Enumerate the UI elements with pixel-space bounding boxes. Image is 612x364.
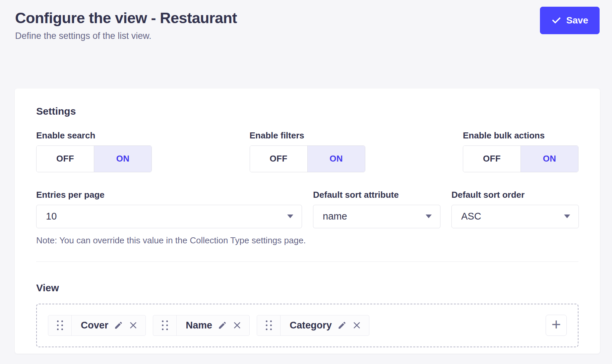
section-divider	[36, 261, 578, 262]
enable-bulk-actions-off-option[interactable]: OFF	[463, 146, 521, 172]
default-sort-order-value: ASC	[461, 211, 481, 222]
x-icon[interactable]	[129, 321, 138, 330]
drag-handle-icon[interactable]	[48, 315, 72, 336]
select-field-entries-per-page: Entries per page 10	[36, 190, 302, 228]
chevron-down-icon	[426, 215, 432, 218]
select-field-default-sort-order: Default sort order ASC	[451, 190, 579, 228]
drag-handle-icon[interactable]	[153, 315, 177, 336]
enable-filters-on-option[interactable]: ON	[308, 146, 365, 172]
page-header: Configure the view - Restaurant Define t…	[0, 0, 612, 41]
default-sort-attribute-value: name	[323, 211, 347, 222]
entries-per-page-note: Note: You can override this value in the…	[36, 235, 578, 246]
chevron-down-icon	[564, 215, 570, 218]
x-icon[interactable]	[352, 321, 361, 330]
drag-handle-icon[interactable]	[257, 315, 281, 336]
field-chip-cover[interactable]: Cover	[48, 315, 146, 336]
default-sort-attribute-select[interactable]: name	[313, 205, 440, 228]
enable-bulk-actions-on-option[interactable]: ON	[521, 146, 578, 172]
field-chip-category[interactable]: Category	[257, 315, 369, 336]
field-chip-name[interactable]: Name	[153, 315, 250, 336]
view-section: View Cover	[36, 282, 578, 347]
enable-search-off-option[interactable]: OFF	[37, 146, 94, 172]
view-heading: View	[36, 282, 578, 294]
settings-section: Settings Enable search OFF ON Enable fil…	[36, 106, 578, 246]
pencil-icon[interactable]	[218, 321, 227, 330]
default-sort-attribute-label: Default sort attribute	[313, 190, 440, 200]
default-sort-order-label: Default sort order	[451, 190, 579, 200]
check-icon	[551, 15, 561, 25]
field-chip-label: Category	[281, 320, 338, 331]
enable-filters-label: Enable filters	[250, 130, 365, 141]
toggles-row: Enable search OFF ON Enable filters OFF …	[36, 130, 578, 172]
plus-icon: +	[551, 316, 561, 332]
toggle-field-enable-search: Enable search OFF ON	[36, 130, 152, 172]
save-button[interactable]: Save	[540, 7, 600, 34]
settings-card: Settings Enable search OFF ON Enable fil…	[15, 88, 600, 354]
entries-per-page-label: Entries per page	[36, 190, 302, 200]
toggle-field-enable-filters: Enable filters OFF ON	[250, 130, 365, 172]
field-chip-label: Name	[177, 320, 218, 331]
drag-dots	[57, 320, 63, 330]
configure-view-page: Configure the view - Restaurant Define t…	[0, 0, 612, 364]
pencil-icon[interactable]	[338, 321, 347, 330]
selects-row: Entries per page 10 Default sort attribu…	[36, 190, 578, 228]
pencil-icon[interactable]	[114, 321, 123, 330]
select-field-default-sort-attribute: Default sort attribute name	[313, 190, 440, 228]
page-title: Configure the view - Restaurant	[15, 9, 600, 27]
drag-dots	[266, 320, 272, 330]
settings-heading: Settings	[36, 106, 578, 117]
add-field-button[interactable]: +	[546, 315, 567, 336]
enable-bulk-actions-toggle[interactable]: OFF ON	[463, 145, 578, 172]
chevron-down-icon	[287, 215, 293, 218]
enable-search-toggle[interactable]: OFF ON	[36, 145, 152, 172]
enable-search-label: Enable search	[36, 130, 152, 141]
enable-search-on-option[interactable]: ON	[94, 146, 151, 172]
page-subtitle: Define the settings of the list view.	[15, 31, 600, 41]
enable-bulk-actions-label: Enable bulk actions	[463, 130, 578, 141]
field-chip-label: Cover	[72, 320, 114, 331]
enable-filters-off-option[interactable]: OFF	[250, 146, 308, 172]
default-sort-order-select[interactable]: ASC	[451, 205, 579, 228]
x-icon[interactable]	[233, 321, 242, 330]
entries-per-page-value: 10	[46, 211, 57, 222]
field-chip-list: Cover	[48, 315, 369, 336]
drag-dots	[162, 320, 168, 330]
save-button-label: Save	[566, 15, 588, 26]
field-layout-dropzone[interactable]: Cover	[36, 304, 578, 347]
toggle-field-enable-bulk-actions: Enable bulk actions OFF ON	[463, 130, 578, 172]
enable-filters-toggle[interactable]: OFF ON	[250, 145, 365, 172]
entries-per-page-select[interactable]: 10	[36, 205, 302, 228]
